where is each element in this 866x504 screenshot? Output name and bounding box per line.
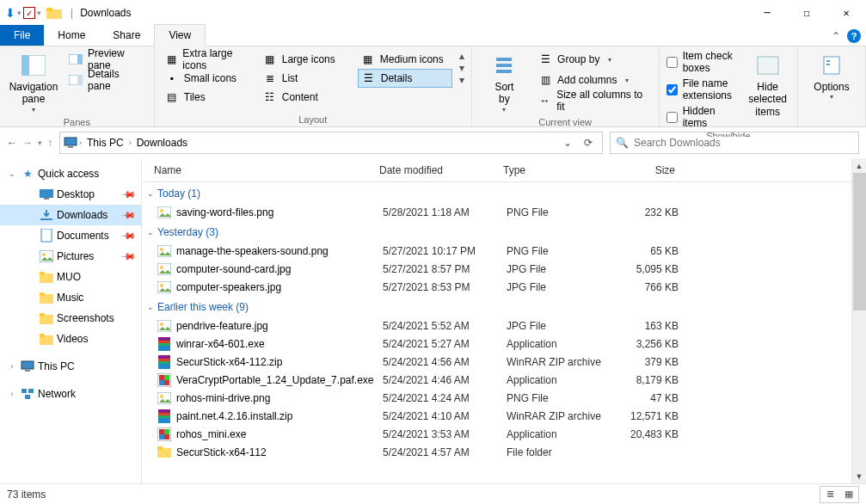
- list-button[interactable]: ≣List: [260, 69, 354, 88]
- tree-item-downloads[interactable]: Downloads📌: [0, 205, 141, 225]
- file-type: PNG File: [507, 392, 610, 404]
- scroll-up-icon[interactable]: ▲: [852, 158, 866, 173]
- tree-item-music[interactable]: Music: [0, 287, 141, 308]
- options-button[interactable]: Options ▾: [805, 50, 858, 103]
- tiles-button[interactable]: ▤Tiles: [162, 88, 256, 107]
- minimize-button[interactable]: ─: [747, 0, 787, 26]
- scroll-down-icon[interactable]: ▼: [852, 469, 866, 483]
- file-row[interactable]: saving-word-files.png5/28/2021 1:18 AMPN…: [142, 203, 866, 221]
- file-row[interactable]: manage-the-speakers-sound.png5/27/2021 1…: [142, 242, 866, 260]
- file-row[interactable]: winrar-x64-601.exe5/24/2021 5:27 AMAppli…: [142, 335, 866, 353]
- svg-point-39: [160, 248, 163, 251]
- qat-dropdown2-icon[interactable]: ▾: [37, 9, 41, 17]
- qat-dropdown-icon[interactable]: ▾: [17, 9, 21, 17]
- address-bar[interactable]: › This PC › Downloads ⌄ ⟳: [59, 132, 603, 154]
- group-header[interactable]: ⌄Earlier this week (9): [142, 296, 866, 317]
- medium-icons-icon: ▦: [361, 52, 375, 66]
- hidden-items-checkbox[interactable]: Hidden items: [666, 105, 740, 129]
- up-button[interactable]: ↑: [47, 137, 52, 149]
- back-button[interactable]: ←: [7, 137, 17, 149]
- breadcrumb-this-pc[interactable]: This PC: [83, 137, 127, 149]
- rar-icon: [157, 409, 171, 423]
- search-box[interactable]: 🔍: [610, 132, 859, 154]
- content-button[interactable]: ☷Content: [260, 88, 354, 107]
- tree-item-desktop[interactable]: Desktop📌: [0, 184, 141, 205]
- ribbon-group-layout: ▦Extra large icons ▦Large icons ▦Medium …: [155, 46, 472, 126]
- add-columns-button[interactable]: ▥Add columns▾: [535, 71, 652, 89]
- file-row[interactable]: pendrive-feature.jpg5/24/2021 5:52 AMJPG…: [142, 317, 866, 335]
- vertical-scrollbar[interactable]: ▲ ▼: [851, 158, 866, 483]
- chevron-right-icon[interactable]: ›: [79, 138, 82, 147]
- column-header-name[interactable]: Name: [154, 164, 379, 176]
- file-row[interactable]: SecurStick-x64-112.zip5/24/2021 4:56 AMW…: [142, 353, 866, 371]
- group-by-button[interactable]: ☰Group by▾: [535, 50, 652, 69]
- details-view-toggle[interactable]: ≣: [820, 487, 839, 502]
- column-header-type[interactable]: Type: [503, 164, 606, 176]
- view-tab[interactable]: View: [154, 24, 206, 46]
- file-row[interactable]: computer-sound-card.jpg5/27/2021 8:57 PM…: [142, 260, 866, 278]
- file-row[interactable]: rohos-mini-drive.png5/24/2021 4:24 AMPNG…: [142, 389, 866, 407]
- layout-scroll-down-icon[interactable]: ▾: [459, 62, 464, 74]
- refresh-button[interactable]: ⟳: [578, 137, 599, 149]
- details-button[interactable]: ☰Details: [358, 69, 452, 88]
- tree-network[interactable]: › Network: [0, 384, 141, 404]
- item-check-boxes-checkbox[interactable]: Item check boxes: [666, 50, 740, 74]
- extra-large-icons-button[interactable]: ▦Extra large icons: [162, 50, 256, 69]
- forward-button[interactable]: →: [22, 137, 33, 149]
- file-row[interactable]: SecurStick-x64-1125/24/2021 4:57 AMFile …: [142, 443, 866, 461]
- svg-rect-50: [158, 346, 170, 351]
- file-row[interactable]: computer-speakers.jpg5/27/2021 8:53 PMJP…: [142, 278, 866, 296]
- img-icon: [157, 262, 171, 276]
- search-input[interactable]: [634, 137, 853, 149]
- share-tab[interactable]: Share: [99, 25, 154, 46]
- group-header[interactable]: ⌄Yesterday (3): [142, 221, 866, 242]
- column-header-date[interactable]: Date modified: [379, 164, 503, 176]
- home-tab[interactable]: Home: [44, 25, 99, 46]
- tree-quick-access[interactable]: ⌄ ★ Quick access: [0, 163, 141, 184]
- small-icons-button[interactable]: ▪Small icons: [162, 69, 256, 88]
- tree-item-documents[interactable]: Documents📌: [0, 225, 141, 246]
- xl-icons-icon: ▦: [165, 52, 178, 66]
- collapse-ribbon-icon[interactable]: ⌃: [832, 30, 840, 42]
- tree-item-pictures[interactable]: Pictures📌: [0, 246, 141, 267]
- group-header[interactable]: ⌄Today (1): [142, 182, 866, 203]
- sort-by-button[interactable]: Sort by ▾: [479, 50, 530, 115]
- help-icon[interactable]: ?: [847, 29, 861, 43]
- expand-icon[interactable]: ›: [7, 362, 17, 371]
- panes-group-label: Panes: [64, 117, 90, 127]
- tree-this-pc[interactable]: › This PC: [0, 356, 141, 377]
- file-name-extensions-checkbox[interactable]: File name extensions: [666, 77, 740, 101]
- expand-icon[interactable]: ⌄: [7, 169, 17, 178]
- close-button[interactable]: ✕: [826, 0, 866, 26]
- scroll-thumb[interactable]: [853, 173, 866, 310]
- column-header-size[interactable]: Size: [606, 164, 684, 176]
- large-icons-button[interactable]: ▦Large icons: [260, 50, 354, 69]
- hide-selected-items-button[interactable]: Hide selected items: [745, 50, 790, 120]
- layout-more-icon[interactable]: ▾: [459, 74, 464, 86]
- file-row[interactable]: VeraCryptPortable_1.24_Update_7.paf.exe5…: [142, 371, 866, 389]
- address-history-button[interactable]: ⌄: [557, 137, 578, 149]
- details-pane-button[interactable]: Details pane: [65, 71, 147, 89]
- tree-item-screenshots[interactable]: Screenshots: [0, 308, 141, 329]
- img-icon: [157, 280, 171, 294]
- recent-locations-button[interactable]: ▾: [38, 138, 42, 147]
- breadcrumb-downloads[interactable]: Downloads: [133, 137, 191, 149]
- tree-item-videos[interactable]: Videos: [0, 329, 141, 349]
- tree-item-muo[interactable]: MUO: [0, 267, 141, 287]
- separator: |: [71, 7, 73, 19]
- expand-icon[interactable]: ›: [7, 390, 17, 398]
- layout-scroll-up-icon[interactable]: ▴: [459, 50, 464, 62]
- file-row[interactable]: paint.net.4.2.16.install.zip5/24/2021 4:…: [142, 407, 866, 425]
- thumbnails-view-toggle[interactable]: ▦: [839, 487, 858, 502]
- file-row[interactable]: rohos_mini.exe5/24/2021 3:53 AMApplicati…: [142, 425, 866, 443]
- chevron-right-icon[interactable]: ›: [129, 138, 132, 147]
- size-all-columns-button[interactable]: ↔Size all columns to fit: [535, 91, 652, 110]
- qat-down-arrow-icon[interactable]: ⬇: [5, 6, 15, 20]
- svg-rect-8: [496, 58, 512, 61]
- qat-properties-icon[interactable]: ✓: [23, 7, 35, 19]
- preview-pane-button[interactable]: Preview pane: [65, 50, 147, 69]
- medium-icons-button[interactable]: ▦Medium icons: [358, 50, 452, 69]
- file-tab[interactable]: File: [0, 25, 44, 46]
- maximize-button[interactable]: ☐: [787, 0, 826, 26]
- navigation-pane-button[interactable]: Navigation pane ▾: [7, 50, 60, 115]
